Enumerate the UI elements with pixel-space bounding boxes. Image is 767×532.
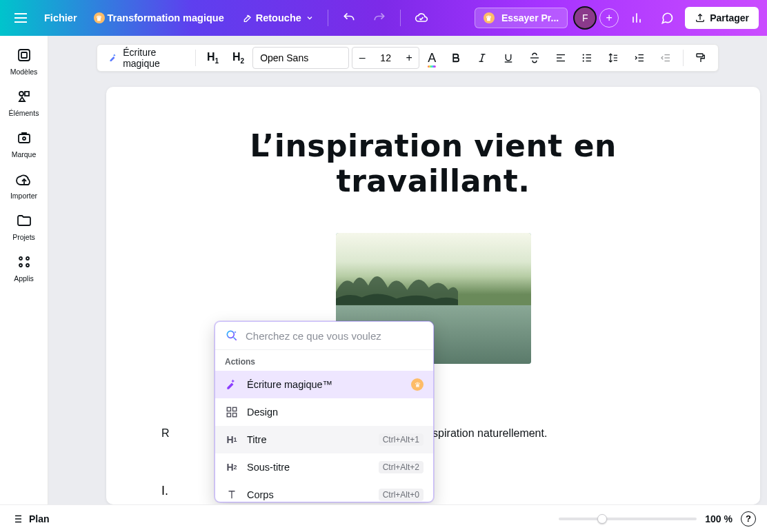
rail-brand[interactable]: Marque (3, 130, 45, 158)
zoom-slider[interactable] (559, 518, 697, 520)
add-member-button[interactable]: + (599, 8, 619, 28)
svg-rect-44 (227, 413, 230, 417)
comment-icon (660, 11, 674, 25)
color-a-icon: A (428, 51, 436, 65)
svg-rect-7 (25, 92, 29, 96)
align-button[interactable] (549, 47, 572, 69)
h2-button[interactable]: H2 (227, 47, 250, 69)
action-magic-write[interactable]: Écriture magique™ ♛ (215, 371, 433, 398)
text-toolbar: Écriture magique H1 H2 Open Sans – 12 + … (97, 44, 719, 72)
insights-button[interactable] (624, 6, 649, 30)
templates-icon (16, 47, 32, 63)
popover-search-input[interactable] (246, 330, 424, 342)
cloud-sync-button[interactable] (409, 6, 434, 30)
cloud-check-icon (415, 11, 428, 25)
spacing-button[interactable] (601, 47, 625, 69)
magic-write-button[interactable]: Écriture magique (103, 47, 190, 69)
divider (195, 50, 196, 66)
doc-title[interactable]: L’inspiration vient en travaillant. (161, 128, 705, 198)
action-label: Titre (247, 434, 266, 445)
underline-button[interactable] (497, 47, 520, 69)
shortcut-label: Ctrl+Alt+1 (379, 433, 424, 446)
svg-point-6 (19, 92, 23, 96)
slider-thumb[interactable] (597, 514, 607, 524)
action-label: Design (247, 407, 278, 418)
italic-button[interactable] (470, 47, 494, 69)
rail-templates[interactable]: Modèles (3, 47, 45, 76)
svg-point-23 (583, 54, 584, 55)
comment-button[interactable] (655, 6, 679, 30)
svg-rect-4 (19, 50, 30, 61)
divider (683, 50, 684, 66)
decrease-size-button[interactable]: – (352, 52, 372, 64)
rail-import[interactable]: Importer (3, 171, 45, 200)
avatar[interactable]: F (573, 6, 597, 30)
action-design[interactable]: Design (215, 398, 433, 426)
try-pro-button[interactable]: ♛ Essayer Pr... (475, 8, 568, 28)
mountains-icon (336, 262, 458, 305)
plan-button[interactable]: Plan (11, 513, 50, 525)
list-icon (11, 513, 23, 525)
undo-button[interactable] (337, 6, 361, 30)
svg-point-12 (26, 257, 29, 260)
retouche-label: Retouche (256, 12, 301, 23)
shortcut-label: Ctrl+Alt+0 (379, 489, 424, 501)
indent-button[interactable] (628, 47, 651, 69)
chevron-down-icon (306, 14, 314, 22)
action-body[interactable]: Corps Ctrl+Alt+0 (215, 481, 433, 502)
font-select[interactable]: Open Sans (252, 47, 349, 69)
svg-line-17 (481, 54, 484, 62)
italic-icon (476, 52, 488, 64)
rail-label: Importer (10, 192, 37, 200)
h2-label: H2 (232, 51, 244, 65)
upload-icon (695, 12, 706, 23)
action-label: Écriture magique™ (247, 379, 332, 390)
rail-label: Éléments (9, 109, 39, 117)
h2-icon: H2 (225, 460, 239, 474)
divider (328, 10, 328, 26)
h1-button[interactable]: H1 (201, 47, 224, 69)
retouche-menu[interactable]: Retouche (235, 12, 319, 23)
list-button[interactable] (575, 47, 599, 69)
font-name: Open Sans (260, 52, 308, 63)
strike-button[interactable] (523, 47, 546, 69)
chart-icon (630, 11, 644, 25)
plan-label: Plan (29, 513, 50, 524)
help-button[interactable]: ? (741, 511, 756, 526)
redo-button[interactable] (367, 6, 392, 30)
share-button[interactable]: Partager (685, 7, 759, 29)
svg-rect-5 (21, 52, 27, 58)
svg-point-24 (583, 57, 584, 59)
svg-point-14 (26, 264, 29, 267)
svg-point-13 (19, 264, 22, 267)
h1-icon: H1 (225, 433, 239, 447)
crown-icon: ♛ (94, 12, 105, 23)
svg-rect-39 (697, 54, 703, 57)
rail-projects[interactable]: Projets (3, 212, 45, 241)
rail-apps[interactable]: Applis (3, 254, 45, 283)
font-size-value[interactable]: 12 (372, 52, 399, 63)
outdent-button[interactable] (654, 47, 677, 69)
zoom-value[interactable]: 100 % (705, 513, 733, 524)
font-size-group: – 12 + (352, 47, 419, 69)
redo-icon (372, 11, 386, 25)
try-pro-label: Essayer Pr... (501, 12, 559, 23)
format-painter-button[interactable] (689, 47, 713, 69)
text-color-button[interactable]: A (422, 47, 441, 69)
import-icon (16, 171, 32, 187)
pen-icon (241, 12, 252, 23)
svg-rect-42 (227, 407, 230, 411)
increase-size-button[interactable]: + (399, 52, 419, 64)
menu-button[interactable] (8, 6, 33, 30)
action-title[interactable]: H1 Titre Ctrl+Alt+1 (215, 426, 433, 453)
svg-point-40 (227, 331, 234, 338)
align-left-icon (555, 52, 567, 64)
file-menu[interactable]: Fichier (39, 12, 83, 23)
bold-button[interactable] (444, 47, 468, 69)
rail-elements[interactable]: Éléments (3, 88, 45, 117)
h1-label: H1 (207, 51, 219, 65)
action-subtitle[interactable]: H2 Sous-titre Ctrl+Alt+2 (215, 453, 433, 481)
magic-transform-button[interactable]: ♛ Transformation magique (88, 12, 230, 23)
svg-line-41 (234, 338, 237, 340)
svg-point-9 (23, 137, 26, 140)
